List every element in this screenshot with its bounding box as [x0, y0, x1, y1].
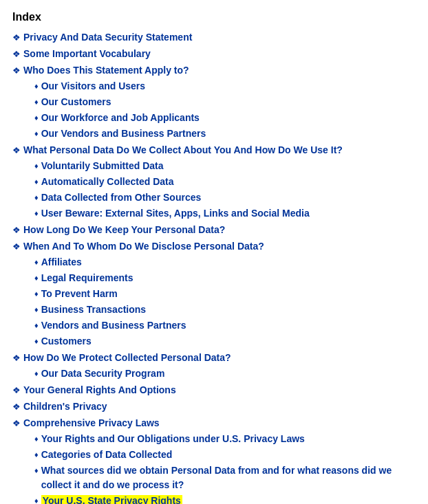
list-item-security-program: ♦Our Data Security Program	[12, 366, 416, 381]
nav-link-sources[interactable]: What sources did we obtain Personal Data…	[41, 463, 416, 492]
bullet-icon: ❖	[12, 400, 21, 414]
nav-link-auto-collected[interactable]: Automatically Collected Data	[41, 175, 174, 189]
index-title: Index	[12, 11, 416, 23]
sub-bullet-icon: ♦	[34, 320, 39, 331]
list-item-who-applies: ❖Who Does This Statement Apply to?♦Our V…	[12, 63, 416, 141]
nav-link-security-program[interactable]: Our Data Security Program	[41, 366, 165, 381]
list-item-visitors-users: ♦Our Visitors and Users	[12, 79, 416, 94]
list-item-vocabulary: ❖Some Important Vocabulary	[12, 47, 416, 61]
nav-link-state-privacy[interactable]: Your U.S. State Privacy Rights	[41, 494, 182, 504]
nav-link-affiliates[interactable]: Affiliates	[41, 255, 82, 270]
list-item-vendors-partners: ♦Vendors and Business Partners	[12, 318, 416, 333]
index-container: Index ❖Privacy And Data Security Stateme…	[12, 11, 416, 504]
sub-bullet-icon: ♦	[34, 465, 39, 476]
list-item-prevent-harm: ♦To Prevent Harm	[12, 287, 416, 301]
nav-link-categories[interactable]: Categories of Data Collected	[41, 448, 173, 462]
list-item-disclose: ❖When And To Whom Do We Disclose Persona…	[12, 239, 416, 349]
nav-link-privacy-security[interactable]: Privacy And Data Security Statement	[23, 30, 192, 45]
nav-link-vocabulary[interactable]: Some Important Vocabulary	[23, 47, 151, 61]
nav-link-vendors[interactable]: Our Vendors and Business Partners	[41, 127, 206, 141]
list-item-affiliates: ♦Affiliates	[12, 255, 416, 270]
list-item-protect: ❖How Do We Protect Collected Personal Da…	[12, 351, 416, 381]
list-item-sources: ♦What sources did we obtain Personal Dat…	[12, 463, 416, 492]
list-item-what-data: ❖What Personal Data Do We Collect About …	[12, 143, 416, 221]
nav-link-comprehensive[interactable]: Comprehensive Privacy Laws	[23, 416, 160, 430]
bullet-icon: ❖	[12, 240, 21, 254]
nav-link-what-data[interactable]: What Personal Data Do We Collect About Y…	[23, 143, 343, 157]
list-item-customers2: ♦Customers	[12, 334, 416, 349]
bullet-icon: ❖	[12, 31, 21, 45]
bullet-icon: ❖	[12, 144, 21, 157]
sub-list-who-applies: ♦Our Visitors and Users♦Our Customers♦Ou…	[12, 79, 416, 141]
list-item-childrens-privacy: ❖Children's Privacy	[12, 399, 416, 414]
nav-link-customers2[interactable]: Customers	[41, 334, 92, 349]
sub-bullet-icon: ♦	[34, 433, 39, 445]
list-item-comprehensive: ❖Comprehensive Privacy Laws♦Your Rights …	[12, 416, 416, 504]
list-item-how-long: ❖How Long Do We Keep Your Personal Data?	[12, 223, 416, 237]
list-item-rights-obligations: ♦Your Rights and Our Obligations under U…	[12, 432, 416, 446]
sub-bullet-icon: ♦	[34, 160, 39, 172]
sub-bullet-icon: ♦	[34, 272, 39, 284]
nav-link-workforce[interactable]: Our Workforce and Job Applicants	[41, 111, 200, 125]
list-item-business-transactions: ♦Business Transactions	[12, 303, 416, 317]
sub-bullet-icon: ♦	[34, 288, 39, 300]
list-item-user-beware: ♦User Beware: External Sites, Apps, Link…	[12, 206, 416, 221]
list-item-categories: ♦Categories of Data Collected	[12, 448, 416, 462]
list-item-customers: ♦Our Customers	[12, 95, 416, 109]
nav-link-visitors-users[interactable]: Our Visitors and Users	[41, 79, 145, 94]
nav-link-how-long[interactable]: How Long Do We Keep Your Personal Data?	[23, 223, 225, 237]
sub-bullet-icon: ♦	[34, 304, 39, 316]
sub-bullet-icon: ♦	[34, 128, 39, 140]
sub-bullet-icon: ♦	[34, 176, 39, 188]
index-list: ❖Privacy And Data Security Statement❖Som…	[12, 30, 416, 504]
nav-link-voluntarily[interactable]: Voluntarily Submitted Data	[41, 159, 164, 173]
sub-list-what-data: ♦Voluntarily Submitted Data♦Automaticall…	[12, 159, 416, 221]
nav-link-vendors-partners[interactable]: Vendors and Business Partners	[41, 318, 186, 333]
nav-link-customers[interactable]: Our Customers	[41, 95, 111, 109]
bullet-icon: ❖	[12, 223, 21, 237]
list-item-privacy-security: ❖Privacy And Data Security Statement	[12, 30, 416, 45]
nav-link-user-beware[interactable]: User Beware: External Sites, Apps, Links…	[41, 206, 310, 221]
list-item-voluntarily: ♦Voluntarily Submitted Data	[12, 159, 416, 173]
sub-bullet-icon: ♦	[34, 495, 39, 504]
bullet-icon: ❖	[12, 417, 21, 430]
list-item-other-sources: ♦Data Collected from Other Sources	[12, 190, 416, 205]
bullet-icon: ❖	[12, 351, 21, 365]
sub-bullet-icon: ♦	[34, 96, 39, 108]
sub-bullet-icon: ♦	[34, 80, 39, 92]
sub-bullet-icon: ♦	[34, 449, 39, 461]
nav-link-prevent-harm[interactable]: To Prevent Harm	[41, 287, 118, 301]
nav-link-rights-obligations[interactable]: Your Rights and Our Obligations under U.…	[41, 432, 305, 446]
sub-bullet-icon: ♦	[34, 368, 39, 380]
nav-link-disclose[interactable]: When And To Whom Do We Disclose Personal…	[23, 239, 264, 254]
sub-list-protect: ♦Our Data Security Program	[12, 366, 416, 381]
nav-link-general-rights[interactable]: Your General Rights And Options	[23, 383, 176, 397]
sub-bullet-icon: ♦	[34, 208, 39, 219]
list-item-legal-requirements: ♦Legal Requirements	[12, 271, 416, 285]
nav-link-other-sources[interactable]: Data Collected from Other Sources	[41, 190, 202, 205]
sub-bullet-icon: ♦	[34, 256, 39, 268]
list-item-workforce: ♦Our Workforce and Job Applicants	[12, 111, 416, 125]
bullet-icon: ❖	[12, 384, 21, 397]
nav-link-business-transactions[interactable]: Business Transactions	[41, 303, 147, 317]
sub-bullet-icon: ♦	[34, 112, 39, 124]
list-item-vendors: ♦Our Vendors and Business Partners	[12, 127, 416, 141]
sub-list-comprehensive: ♦Your Rights and Our Obligations under U…	[12, 432, 416, 504]
sub-bullet-icon: ♦	[34, 336, 39, 347]
nav-link-childrens-privacy[interactable]: Children's Privacy	[23, 399, 107, 414]
nav-link-protect[interactable]: How Do We Protect Collected Personal Dat…	[23, 351, 231, 365]
list-item-auto-collected: ♦Automatically Collected Data	[12, 175, 416, 189]
sub-list-disclose: ♦Affiliates♦Legal Requirements♦To Preven…	[12, 255, 416, 349]
list-item-general-rights: ❖Your General Rights And Options	[12, 383, 416, 397]
bullet-icon: ❖	[12, 47, 21, 61]
list-item-state-privacy: ♦Your U.S. State Privacy Rights	[12, 494, 416, 504]
sub-bullet-icon: ♦	[34, 192, 39, 204]
nav-link-who-applies[interactable]: Who Does This Statement Apply to?	[23, 63, 189, 78]
nav-link-legal-requirements[interactable]: Legal Requirements	[41, 271, 133, 285]
bullet-icon: ❖	[12, 64, 21, 78]
